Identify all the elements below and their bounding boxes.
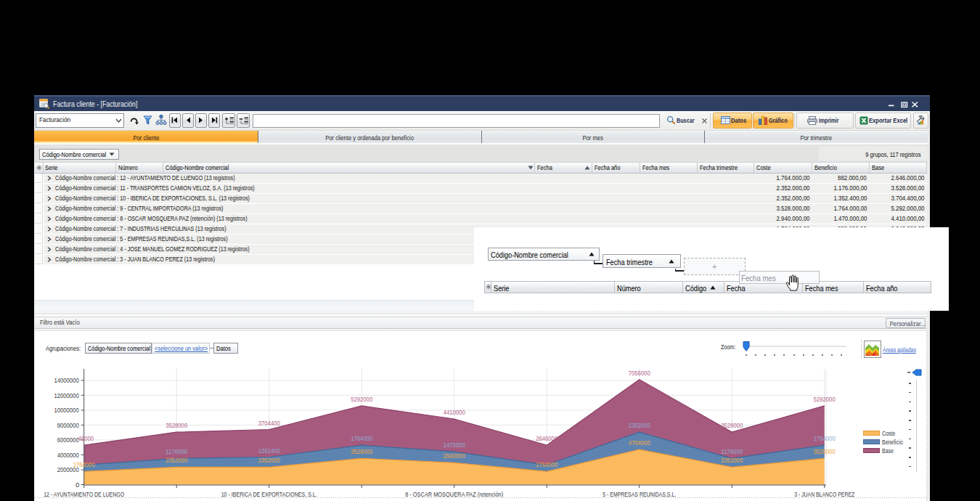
- svg-text:10 - IBERICA DE EXPORTACIONES,: 10 - IBERICA DE EXPORTACIONES, S.L.: [221, 490, 317, 498]
- svg-text:46000: 46000: [78, 434, 94, 442]
- svg-text:3528000: 3528000: [721, 421, 743, 429]
- svg-text:2352000: 2352000: [721, 456, 743, 464]
- svg-text:4000000: 4000000: [57, 451, 79, 459]
- svg-text:1764000: 1764000: [814, 434, 836, 442]
- svg-text:3528000: 3528000: [814, 447, 836, 455]
- svg-text:5292000: 5292000: [814, 395, 836, 403]
- svg-text:1470000: 1470000: [444, 441, 465, 449]
- svg-text:2352000: 2352000: [166, 456, 187, 464]
- svg-text:3 - JUAN BLANCO PEREZ: 3 - JUAN BLANCO PEREZ: [794, 490, 854, 498]
- svg-text:5292000: 5292000: [351, 395, 372, 403]
- svg-text:4410000: 4410000: [444, 408, 465, 416]
- svg-text:2352000: 2352000: [258, 456, 280, 464]
- svg-text:7056000: 7056000: [629, 369, 650, 377]
- svg-text:14000000: 14000000: [54, 376, 78, 384]
- svg-text:8 - OSCAR MOSQUERA PAZ (retenc: 8 - OSCAR MOSQUERA PAZ (retención): [405, 490, 503, 498]
- svg-text:3528000: 3528000: [166, 421, 187, 429]
- svg-text:5 - EMPRESAS REUNIDAS,S.L.: 5 - EMPRESAS REUNIDAS,S.L.: [603, 490, 676, 498]
- svg-text:1764000: 1764000: [73, 460, 95, 468]
- svg-text:3704400: 3704400: [258, 419, 280, 427]
- svg-text:2646000: 2646000: [536, 434, 558, 442]
- svg-text:12 - AYUNTAMIENTO DE LUENGO: 12 - AYUNTAMIENTO DE LUENGO: [44, 490, 124, 498]
- svg-text:3528000: 3528000: [351, 447, 372, 455]
- svg-text:2940000: 2940000: [444, 452, 465, 460]
- svg-text:1176000: 1176000: [166, 447, 187, 455]
- svg-text:1352400: 1352400: [258, 447, 280, 455]
- svg-text:1764000: 1764000: [536, 460, 558, 468]
- svg-text:0: 0: [75, 481, 79, 489]
- svg-text:2352000: 2352000: [629, 421, 650, 429]
- svg-text:4704000: 4704000: [629, 439, 650, 447]
- svg-text:12000000: 12000000: [54, 391, 78, 399]
- svg-text:8000000: 8000000: [57, 421, 79, 429]
- svg-text:10000000: 10000000: [54, 406, 78, 414]
- svg-text:1176000: 1176000: [721, 447, 743, 455]
- svg-text:6000000: 6000000: [57, 436, 79, 444]
- svg-text:1764000: 1764000: [351, 434, 372, 442]
